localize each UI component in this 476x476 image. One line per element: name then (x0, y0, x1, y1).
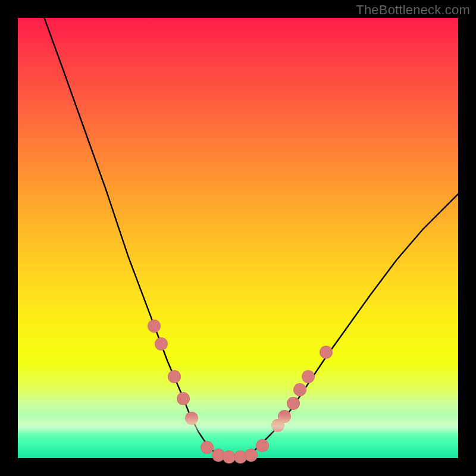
curve-svg (18, 18, 458, 458)
marker-dot (293, 383, 306, 396)
marker-dot (148, 320, 161, 333)
plot-area (18, 18, 458, 458)
marker-dot (278, 410, 291, 423)
marker-dot (177, 392, 190, 405)
bottleneck-curve (44, 18, 458, 458)
marker-dot (271, 419, 284, 432)
marker-dot (223, 450, 236, 464)
marker-dot (155, 337, 168, 350)
marker-dot (212, 449, 225, 462)
chart-frame: TheBottleneck.com (0, 0, 476, 476)
marker-dot (234, 450, 247, 464)
marker-dot (168, 370, 181, 383)
marker-dot (302, 370, 315, 383)
marker-dot (320, 346, 333, 359)
marker-dot (245, 449, 258, 462)
marker-dot (201, 441, 214, 454)
watermark-text: TheBottleneck.com (356, 2, 470, 18)
marker-dot (256, 439, 269, 452)
marker-dot (287, 397, 300, 410)
marker-dot (185, 412, 198, 425)
